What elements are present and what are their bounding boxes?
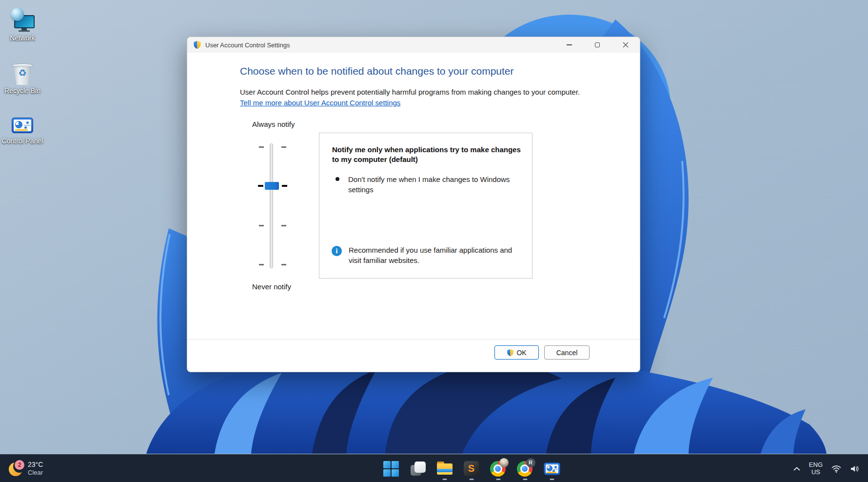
chrome-icon: R <box>516 460 534 478</box>
desktop-icon-recycle-bin[interactable]: ♻ Recycle Bin <box>0 61 45 95</box>
uac-description: User Account Control helps prevent poten… <box>240 88 615 96</box>
control-panel-icon <box>12 118 33 133</box>
title-bar[interactable]: User Account Control Settings <box>187 37 640 53</box>
running-indicator <box>496 479 500 480</box>
chevron-up-icon <box>793 467 800 471</box>
minimize-button[interactable] <box>555 37 583 53</box>
wifi-icon <box>831 465 841 473</box>
chrome-profile1-button[interactable] <box>487 457 509 481</box>
bullet-dot <box>335 177 339 181</box>
cancel-label: Cancel <box>556 349 578 357</box>
window-title: User Account Control Settings <box>205 41 290 49</box>
uac-settings-window: User Account Control Settings Choose whe… <box>187 37 640 372</box>
slider-top-label: Always notify <box>252 120 295 128</box>
profile-letter-badge: R <box>526 458 535 467</box>
sublime-text-button[interactable]: S <box>460 457 482 481</box>
tell-me-more-link[interactable]: Tell me more about User Account Control … <box>240 99 400 107</box>
running-indicator <box>469 479 473 480</box>
close-icon <box>623 42 629 48</box>
file-explorer-button[interactable] <box>434 457 455 481</box>
weather-condition: Clear <box>28 469 43 477</box>
chrome-profile2-button[interactable]: R <box>514 457 536 481</box>
uac-slider-thumb[interactable] <box>265 182 279 190</box>
footer-divider <box>187 339 640 340</box>
windows-logo-icon <box>383 461 399 477</box>
maximize-icon <box>595 42 600 47</box>
running-indicator <box>523 479 527 480</box>
taskbar-app-icons: S R <box>377 455 565 482</box>
widget-badge: 2 <box>15 460 24 470</box>
control-panel-taskbar-button[interactable] <box>541 457 563 481</box>
maximize-button[interactable] <box>583 37 612 53</box>
desktop-icon-label: Control Panel <box>0 137 45 145</box>
control-panel-icon <box>544 462 560 475</box>
recycle-symbol-icon: ♻ <box>8 67 37 79</box>
page-title: Choose when to be notified about changes… <box>240 65 514 77</box>
task-view-button[interactable] <box>407 457 429 481</box>
tray-overflow-button[interactable] <box>789 459 805 479</box>
notify-level-bullet: Don't notify me when I make changes to W… <box>348 174 519 195</box>
notify-level-description-box: Notify me only when applications try to … <box>319 133 533 279</box>
language-indicator[interactable]: ENG US <box>805 459 827 479</box>
task-view-icon <box>410 461 426 477</box>
speaker-icon <box>850 465 860 473</box>
start-button[interactable] <box>380 457 402 481</box>
network-globe-icon <box>11 8 24 21</box>
weather-widget[interactable]: 2 23°C Clear <box>4 455 48 482</box>
volume-tray-button[interactable] <box>846 459 864 479</box>
desktop-icon-control-panel[interactable]: Control Panel <box>0 116 45 145</box>
clear-night-icon: 2 <box>9 461 23 477</box>
chrome-icon <box>490 460 507 478</box>
profile-avatar-badge <box>499 458 509 467</box>
close-button[interactable] <box>612 37 640 53</box>
notify-level-title: Notify me only when applications try to … <box>332 145 526 164</box>
network-tray-button[interactable] <box>827 459 846 479</box>
uac-slider-track[interactable] <box>270 143 273 268</box>
file-explorer-icon <box>436 462 453 476</box>
info-icon: i <box>332 246 342 256</box>
ok-label: OK <box>516 349 526 357</box>
language-line2: US <box>809 469 823 476</box>
desktop-icon-label: Recycle Bin <box>0 87 45 95</box>
uac-shield-icon <box>507 349 514 357</box>
sublime-text-icon: S <box>464 461 479 476</box>
desktop-root: Network ♻ Recycle Bin Control Panel <box>0 0 868 482</box>
notify-level-recommendation: Recommended if you use familiar applicat… <box>349 245 524 265</box>
system-tray: ENG US <box>789 455 864 482</box>
taskbar: 2 23°C Clear S <box>0 454 868 482</box>
desktop-icon-label: Network <box>0 34 45 42</box>
running-indicator <box>550 479 554 480</box>
uac-shield-icon <box>193 40 201 49</box>
ok-button[interactable]: OK <box>494 345 539 360</box>
minimize-icon <box>567 44 572 45</box>
language-line1: ENG <box>809 462 823 469</box>
weather-temperature: 23°C <box>28 461 43 469</box>
slider-bottom-label: Never notify <box>252 282 291 291</box>
desktop-icon-network[interactable]: Network <box>0 9 45 42</box>
cancel-button[interactable]: Cancel <box>544 345 590 360</box>
running-indicator <box>442 479 447 480</box>
